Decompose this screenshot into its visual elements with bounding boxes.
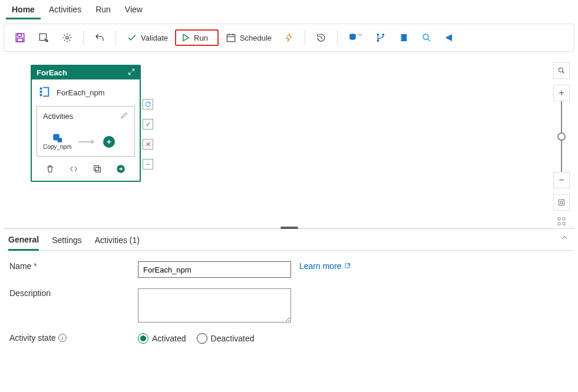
properties-panel: General Settings Activities (1) Name * L… — [4, 228, 574, 365]
general-form: Name * Learn more Description Activity s… — [4, 251, 574, 365]
validate-button[interactable]: Validate — [121, 29, 174, 46]
zoom-track[interactable] — [561, 101, 562, 137]
search-button[interactable] — [415, 29, 438, 46]
go-icon[interactable] — [115, 164, 126, 176]
svg-rect-25 — [560, 201, 563, 204]
database-icon — [51, 133, 63, 144]
copy-icon[interactable] — [93, 164, 102, 175]
svg-rect-29 — [563, 222, 565, 225]
description-label: Description — [9, 288, 138, 298]
schedule-button[interactable]: Schedule — [220, 29, 278, 46]
completion-connector[interactable]: → — [143, 159, 153, 170]
add-activity-button[interactable] — [103, 136, 115, 148]
card-header: ForEach — [32, 66, 140, 79]
svg-rect-24 — [559, 200, 564, 205]
property-tabs: General Settings Activities (1) — [4, 229, 574, 251]
info-icon[interactable]: i — [58, 334, 67, 342]
activities-label: Activities — [43, 112, 73, 121]
canvas-controls — [553, 62, 570, 79]
name-input[interactable] — [138, 261, 291, 278]
separator — [83, 30, 84, 45]
zoom-track[interactable] — [561, 137, 562, 172]
zoom-controls: + − — [553, 85, 570, 230]
data-button[interactable] — [342, 29, 368, 46]
svg-rect-21 — [94, 166, 99, 171]
learn-more-link[interactable]: Learn more — [299, 261, 351, 271]
run-button[interactable]: Run — [175, 29, 219, 46]
calendar-icon — [226, 32, 236, 43]
activity-flow: Copy_npm — [43, 133, 128, 150]
svg-rect-11 — [400, 35, 402, 36]
separator — [305, 30, 305, 45]
database-icon — [348, 32, 362, 43]
copy-activity-node[interactable]: Copy_npm — [43, 133, 71, 150]
auto-layout-button[interactable] — [553, 213, 570, 230]
svg-point-14 — [423, 34, 428, 39]
branch-icon — [375, 32, 386, 43]
zoom-in-button[interactable]: + — [553, 85, 570, 101]
zoom-slider-handle[interactable] — [557, 132, 566, 141]
edit-icon[interactable] — [120, 111, 128, 121]
retry-connector[interactable] — [143, 99, 153, 109]
svg-rect-2 — [18, 38, 23, 42]
undo-button[interactable] — [88, 29, 111, 46]
save-as-button[interactable] — [32, 29, 55, 46]
activities-container[interactable]: Activities Copy_npm — [37, 106, 135, 157]
panel-resize-handle[interactable] — [280, 227, 298, 229]
canvas-search-button[interactable] — [553, 62, 570, 79]
ribbon-tab-home[interactable]: Home — [6, 2, 41, 19]
code-icon[interactable] — [68, 164, 79, 175]
svg-rect-28 — [558, 222, 560, 225]
gear-icon — [62, 32, 72, 43]
tab-activities[interactable]: Activities (1) — [95, 235, 140, 250]
svg-point-9 — [377, 39, 379, 42]
zoom-fit-button[interactable] — [553, 194, 570, 211]
svg-rect-10 — [401, 34, 407, 41]
foreach-activity-card[interactable]: ForEach ForEach_npm Activities Copy_npm — [31, 65, 141, 182]
ribbon-tab-run[interactable]: Run — [90, 2, 117, 19]
ribbon-tab-view[interactable]: View — [119, 2, 148, 19]
tab-settings[interactable]: Settings — [52, 235, 82, 250]
ribbon-tab-activities[interactable]: Activities — [43, 2, 87, 19]
separator — [337, 30, 338, 45]
announce-button[interactable] — [439, 29, 461, 46]
collapse-panel-button[interactable] — [560, 234, 569, 244]
svg-rect-19 — [58, 138, 62, 142]
svg-point-4 — [66, 36, 69, 39]
svg-rect-1 — [18, 34, 21, 36]
save-icon — [15, 32, 25, 43]
svg-rect-15 — [40, 88, 42, 90]
notebook-button[interactable] — [393, 29, 414, 46]
check-icon — [127, 32, 137, 43]
tab-general[interactable]: General — [8, 235, 39, 251]
save-as-icon — [38, 32, 49, 43]
history-button[interactable] — [310, 29, 332, 46]
activity-state-radios: Activated Deactivated — [138, 333, 255, 344]
trigger-button[interactable] — [279, 29, 300, 46]
branch-button[interactable] — [369, 29, 392, 46]
card-title: ForEach — [37, 68, 67, 77]
success-connector[interactable]: ✓ — [143, 119, 153, 129]
expand-icon[interactable] — [128, 68, 135, 77]
lightning-icon — [285, 32, 294, 43]
card-actions — [32, 160, 140, 181]
settings-button[interactable] — [56, 29, 78, 46]
description-input[interactable] — [138, 288, 291, 323]
radio-deactivated[interactable]: Deactivated — [197, 333, 255, 344]
notebook-icon — [399, 32, 408, 43]
svg-rect-13 — [400, 39, 402, 40]
failure-connector[interactable]: ✕ — [143, 139, 153, 150]
svg-rect-16 — [40, 91, 42, 93]
radio-activated[interactable]: Activated — [138, 333, 186, 344]
pipeline-canvas[interactable]: ForEach ForEach_npm Activities Copy_npm — [4, 57, 574, 228]
ribbon-tabs: Home Activities Run View — [0, 0, 578, 20]
history-icon — [316, 32, 326, 43]
svg-rect-20 — [95, 167, 100, 172]
arrow-icon — [77, 139, 97, 145]
save-button[interactable] — [9, 29, 31, 46]
name-label: Name * — [9, 261, 138, 271]
zoom-out-button[interactable]: − — [553, 172, 570, 188]
toolbar: Validate Run Schedule — [4, 24, 574, 52]
separator — [115, 30, 116, 45]
delete-icon[interactable] — [45, 164, 55, 175]
